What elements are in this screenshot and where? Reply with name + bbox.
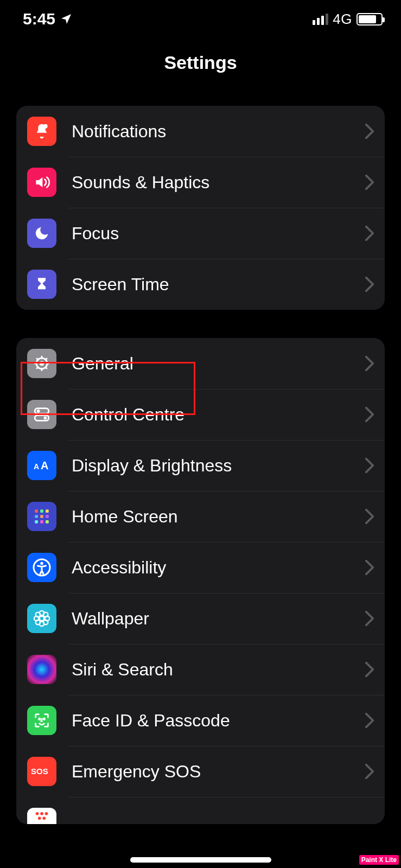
row-display-brightness[interactable]: AA Display & Brightness [16, 440, 385, 491]
row-label: Focus [72, 224, 365, 244]
svg-rect-12 [35, 515, 38, 518]
svg-point-2 [40, 362, 43, 365]
row-accessibility[interactable]: Accessibility [16, 542, 385, 593]
chevron-right-icon [365, 175, 374, 190]
svg-point-19 [40, 562, 43, 565]
row-label: Wallpaper [72, 609, 365, 629]
speaker-icon [27, 168, 56, 197]
row-sounds-haptics[interactable]: Sounds & Haptics [16, 157, 385, 208]
chevron-right-icon [365, 356, 374, 371]
toggle-icon [27, 400, 56, 429]
gear-icon [27, 349, 56, 378]
svg-point-6 [44, 417, 47, 420]
chevron-right-icon [365, 458, 374, 473]
siri-icon [27, 655, 56, 684]
flower-icon [27, 604, 56, 633]
row-label: Sounds & Haptics [72, 173, 365, 193]
row-label: General [72, 354, 365, 374]
chevron-right-icon [365, 713, 374, 728]
bell-icon [27, 117, 56, 146]
row-control-centre[interactable]: Control Centre [16, 389, 385, 440]
svg-rect-10 [40, 509, 43, 513]
status-right: 4G [313, 11, 383, 28]
svg-point-0 [43, 124, 48, 129]
apps-icon [27, 502, 56, 531]
page-title: Settings [0, 52, 401, 73]
svg-rect-16 [40, 520, 43, 524]
chevron-right-icon [365, 764, 374, 779]
svg-point-36 [42, 816, 46, 820]
row-screen-time[interactable]: Screen Time [16, 259, 385, 310]
settings-group-1: Notifications Sounds & Haptics Focus [16, 106, 385, 310]
face-icon [27, 706, 56, 735]
row-label: Emergency SOS [72, 762, 365, 782]
row-label: Screen Time [72, 275, 365, 295]
textsize-icon: AA [27, 451, 56, 480]
chevron-right-icon [365, 226, 374, 241]
chevron-right-icon [365, 124, 374, 139]
svg-point-33 [40, 812, 43, 815]
row-label: Display & Brightness [72, 456, 365, 476]
status-bar: 5:45 4G [0, 0, 401, 34]
svg-point-35 [38, 816, 41, 820]
chevron-right-icon [365, 611, 374, 626]
network-type-label: 4G [333, 11, 352, 28]
row-emergency-sos[interactable]: SOS Emergency SOS [16, 746, 385, 797]
row-focus[interactable]: Focus [16, 208, 385, 259]
svg-point-34 [45, 812, 48, 815]
settings-group-2: General Control Centre AA Display & Brig… [16, 338, 385, 824]
svg-rect-14 [46, 515, 49, 518]
chevron-right-icon [365, 277, 374, 292]
location-arrow-icon [60, 12, 73, 25]
svg-point-30 [43, 718, 44, 719]
svg-text:A: A [34, 462, 39, 471]
row-home-screen[interactable]: Home Screen [16, 491, 385, 542]
svg-point-20 [40, 616, 44, 621]
chevron-right-icon [365, 560, 374, 575]
chevron-right-icon [365, 509, 374, 524]
sos-icon: SOS [27, 757, 56, 786]
exposure-icon [27, 808, 56, 824]
svg-point-32 [36, 812, 39, 815]
status-left: 5:45 [23, 10, 73, 28]
accessibility-icon [27, 553, 56, 582]
watermark-badge: Paint X Lite [359, 855, 399, 865]
svg-rect-13 [40, 515, 43, 518]
chevron-right-icon [365, 662, 374, 677]
row-label: Notifications [72, 122, 365, 142]
status-time: 5:45 [23, 10, 55, 28]
row-label: Face ID & Passcode [72, 711, 365, 731]
row-general[interactable]: General [16, 338, 385, 389]
row-label: Accessibility [72, 558, 365, 578]
row-notifications[interactable]: Notifications [16, 106, 385, 157]
cellular-signal-icon [313, 14, 328, 25]
svg-point-29 [39, 718, 40, 719]
svg-rect-17 [46, 520, 49, 524]
row-partial-next[interactable] [16, 797, 385, 824]
home-indicator[interactable] [130, 857, 271, 863]
battery-icon [357, 13, 383, 25]
svg-rect-9 [35, 509, 38, 513]
row-wallpaper[interactable]: Wallpaper [16, 593, 385, 644]
row-label: Siri & Search [72, 660, 365, 680]
svg-rect-15 [35, 520, 38, 524]
row-label: Control Centre [72, 405, 365, 425]
svg-text:SOS: SOS [31, 767, 48, 776]
settings-list: Notifications Sounds & Haptics Focus [0, 106, 401, 824]
row-siri-search[interactable]: Siri & Search [16, 644, 385, 695]
moon-icon [27, 219, 56, 248]
svg-rect-11 [46, 509, 49, 513]
row-label: Home Screen [72, 507, 365, 527]
svg-text:A: A [41, 459, 48, 471]
page-header: Settings [0, 34, 401, 90]
svg-point-4 [37, 410, 40, 413]
hourglass-icon [27, 270, 56, 299]
row-face-id[interactable]: Face ID & Passcode [16, 695, 385, 746]
chevron-right-icon [365, 407, 374, 422]
